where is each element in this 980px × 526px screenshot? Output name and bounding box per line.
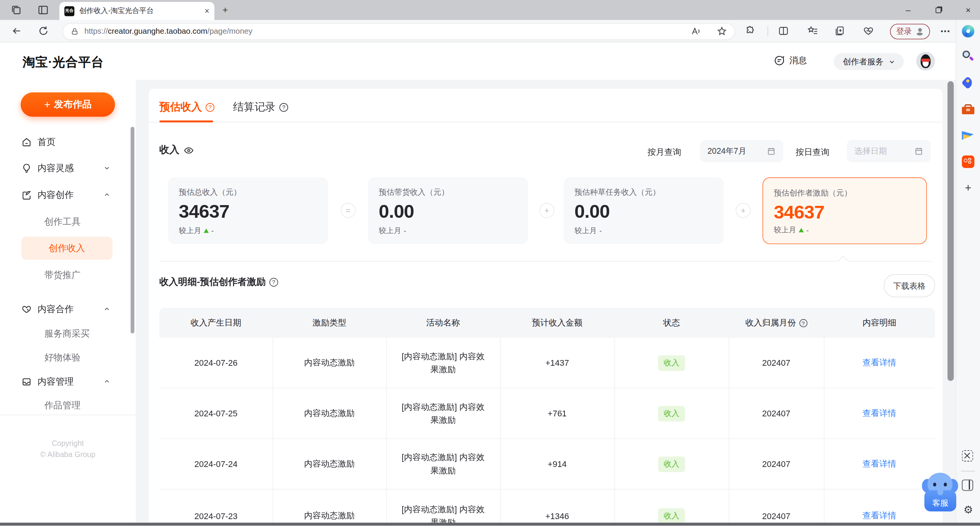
sidebar-item-goods-experience[interactable]: 好物体验 bbox=[45, 345, 113, 370]
table-row: 2024-07-26 内容动态激励 [内容动态激励] 内容效果激励 +1437 … bbox=[159, 338, 935, 388]
page-scrollbar[interactable] bbox=[947, 81, 954, 381]
income-heading: 收入 bbox=[159, 144, 194, 157]
chevron-up-icon bbox=[104, 192, 110, 198]
tab-estimated-income[interactable]: 预估收入 ? bbox=[159, 100, 214, 114]
view-details-link[interactable]: 查看详情 bbox=[863, 459, 896, 470]
signin-button[interactable]: 登录 bbox=[890, 24, 930, 39]
new-tab-button[interactable]: + bbox=[223, 6, 228, 15]
read-aloud-icon[interactable] bbox=[691, 26, 701, 36]
sidebar-item-promotion[interactable]: 带货推广 bbox=[45, 262, 113, 287]
back-button[interactable] bbox=[11, 26, 22, 36]
day-picker[interactable]: 选择日期 bbox=[847, 140, 931, 163]
heart-hand-icon bbox=[21, 304, 32, 315]
table-header: 收入产生日期 激励类型 活动名称 预计收入金额 状态 收入归属月份? 内容明细 bbox=[159, 308, 935, 338]
main-card: 预估收入 ? 结算记录 ? 收入 按月查询 2024年7月 按日查询 选择日期 bbox=[149, 89, 943, 526]
collections-icon[interactable] bbox=[834, 26, 845, 36]
sidebar-item-home[interactable]: 首页 bbox=[21, 129, 115, 156]
sidebar-item-cooperation[interactable]: 内容合作 bbox=[21, 296, 115, 323]
view-details-link[interactable]: 查看详情 bbox=[863, 357, 896, 368]
window-restore-button[interactable] bbox=[933, 5, 943, 15]
help-icon[interactable]: ? bbox=[799, 319, 807, 327]
sidebar-add-icon[interactable]: + bbox=[962, 182, 975, 194]
sidebar-item-inspiration[interactable]: 内容灵感 bbox=[21, 155, 115, 182]
day-query-label: 按日查询 bbox=[796, 147, 830, 158]
stat-creator-incentive[interactable]: 预估创作者激励（元） 34637 较上月- bbox=[762, 178, 927, 244]
creator-service-menu[interactable]: 创作者服务 bbox=[834, 53, 904, 70]
refresh-button[interactable] bbox=[38, 26, 49, 36]
sidebar-kuaishou-icon[interactable] bbox=[962, 156, 975, 168]
detail-section-title: 收入明细-预估创作者激励 ? bbox=[159, 276, 278, 288]
window-bottom-edge bbox=[0, 523, 980, 526]
sidebar-item-creation-tools[interactable]: 创作工具 bbox=[45, 209, 113, 234]
month-query-label: 按月查询 bbox=[647, 147, 681, 158]
sidebar-tools-icon[interactable] bbox=[962, 104, 975, 117]
sidebar-divider bbox=[961, 471, 975, 472]
favorite-star-icon[interactable] bbox=[717, 26, 727, 36]
stat-total-income: 预估总收入（元） 34637 较上月- bbox=[168, 178, 328, 244]
status-badge: 收入 bbox=[658, 406, 685, 421]
help-icon[interactable]: ? bbox=[269, 278, 278, 286]
tab-title: 创作收入-淘宝光合平台 bbox=[79, 6, 186, 15]
home-icon bbox=[21, 137, 32, 148]
calendar-icon bbox=[767, 147, 776, 156]
month-picker[interactable]: 2024年7月 bbox=[700, 140, 783, 163]
view-details-link[interactable]: 查看详情 bbox=[863, 510, 896, 521]
profile-icon bbox=[916, 28, 924, 36]
sidebar-send-icon[interactable] bbox=[962, 129, 975, 142]
screenshot-icon[interactable] bbox=[962, 450, 973, 461]
tab-close-icon[interactable]: × bbox=[205, 7, 209, 15]
sidebar-item-creation-income[interactable]: 创作收入 bbox=[21, 237, 112, 260]
inbox-icon bbox=[21, 376, 32, 387]
window-close-button[interactable]: × bbox=[963, 5, 973, 15]
toolbar-divider bbox=[767, 26, 768, 36]
table-row: 2024-07-25 内容动态激励 [内容动态激励] 内容效果激励 +761 收… bbox=[159, 388, 935, 439]
message-icon bbox=[774, 55, 785, 66]
extensions-icon[interactable] bbox=[745, 26, 756, 36]
sidebar-search-icon[interactable] bbox=[962, 50, 975, 62]
split-screen-icon[interactable] bbox=[778, 26, 789, 36]
sidebar-item-works-management[interactable]: 作品管理 bbox=[45, 393, 113, 418]
sidebar-item-service-purchase[interactable]: 服务商采买 bbox=[45, 321, 113, 346]
site-logo[interactable]: 淘宝·光合平台 bbox=[23, 54, 104, 71]
up-arrow-icon bbox=[204, 228, 209, 233]
browser-essentials-icon[interactable] bbox=[863, 26, 874, 36]
window-minimize-button[interactable]: – bbox=[903, 5, 913, 15]
tab-workspaces-icon[interactable] bbox=[11, 4, 22, 15]
site-favicon: 光合 bbox=[64, 6, 74, 16]
equals-operator: = bbox=[341, 203, 356, 218]
vertical-tabs-icon[interactable] bbox=[38, 4, 49, 15]
browser-tab[interactable]: 光合 创作收入-淘宝光合平台 × bbox=[59, 2, 214, 20]
edge-sidebar bbox=[955, 20, 980, 523]
site-sidebar: +发布作品 首页 内容灵感 内容创作 创作工具 创作收入 带货推广 内容合作 bbox=[0, 80, 135, 526]
sidebar-item-creation[interactable]: 内容创作 bbox=[21, 182, 115, 209]
lock-icon bbox=[71, 27, 79, 35]
sidebar-shopping-icon[interactable] bbox=[963, 78, 973, 88]
url-path: /page/money bbox=[207, 27, 252, 36]
stat-sales-income: 预估带货收入（元） 0.00 较上月- bbox=[368, 178, 528, 244]
status-badge: 收入 bbox=[658, 355, 685, 371]
eye-icon[interactable] bbox=[184, 145, 194, 155]
download-table-button[interactable]: 下载表格 bbox=[884, 274, 935, 297]
messages-button[interactable]: 消息 bbox=[774, 55, 807, 66]
sidebar-item-management[interactable]: 内容管理 bbox=[21, 368, 115, 395]
customer-service-float[interactable]: 客服 bbox=[922, 472, 957, 511]
plus-operator: + bbox=[539, 203, 554, 218]
help-icon[interactable]: ? bbox=[206, 103, 214, 112]
sidebar-scrollbar[interactable] bbox=[130, 127, 134, 334]
help-icon[interactable]: ? bbox=[279, 103, 288, 112]
user-avatar[interactable] bbox=[916, 52, 935, 71]
chevron-down-icon bbox=[104, 165, 110, 171]
copilot-icon[interactable] bbox=[962, 25, 975, 38]
pointer-notch bbox=[838, 256, 848, 266]
settings-gear-icon[interactable]: ⚙ bbox=[962, 503, 975, 516]
view-details-link[interactable]: 查看详情 bbox=[863, 408, 896, 419]
split-window-icon[interactable] bbox=[962, 480, 973, 491]
browser-menu-icon[interactable]: ••• bbox=[940, 28, 950, 35]
favorites-icon[interactable] bbox=[807, 26, 818, 36]
tab-settlement-records[interactable]: 结算记录 ? bbox=[233, 100, 288, 114]
chevron-up-icon bbox=[104, 378, 110, 385]
copyright-line1: Copyright bbox=[0, 439, 135, 448]
address-bar[interactable]: https://creator.guanghe.taobao.com/page/… bbox=[63, 23, 735, 39]
publish-button[interactable]: +发布作品 bbox=[21, 92, 115, 117]
url-host: creator.guanghe.taobao.com bbox=[108, 27, 207, 36]
